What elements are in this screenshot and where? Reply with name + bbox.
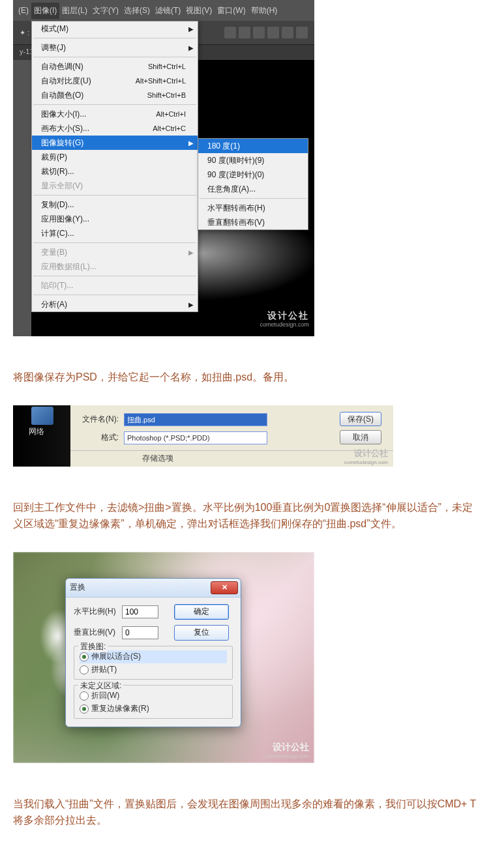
menubar-item[interactable]: 图像(I) — [31, 3, 59, 19]
submenu-item[interactable]: 任意角度(A)... — [198, 182, 308, 196]
options-icon[interactable] — [253, 27, 265, 38]
options-icon[interactable] — [267, 27, 279, 38]
network-label: 网络 — [29, 426, 44, 437]
menu-item[interactable]: 应用图像(Y)... — [32, 212, 198, 226]
options-icon[interactable] — [296, 27, 308, 38]
menu-item[interactable]: 裁切(R)... — [32, 164, 198, 179]
article-paragraph: 当我们载入“扭曲”文件，置换贴图后，会发现在图像周围出现多余的难看的像素，我们可… — [13, 796, 478, 829]
submenu-item[interactable]: 90 度(逆时针)(0) — [198, 167, 308, 182]
options-icon[interactable] — [282, 27, 293, 38]
menu-item[interactable]: 自动色调(N)Shift+Ctrl+L — [32, 59, 198, 74]
menubar-item[interactable]: 图层(L) — [59, 3, 90, 19]
image-rotation-submenu: 180 度(1)90 度(顺时针)(9)90 度(逆时针)(0)任意角度(A).… — [198, 138, 308, 230]
menu-item: 显示全部(V) — [32, 179, 198, 193]
menubar-item[interactable]: 选择(S) — [121, 3, 153, 19]
watermark: 设计公社 cometudesign.com — [260, 310, 309, 328]
menu-item[interactable]: 计算(C)... — [32, 226, 198, 240]
menu-item[interactable]: 图像旋转(G)▶ — [32, 136, 198, 150]
stretch-to-fit-radio[interactable]: 伸展以适合(S) — [80, 650, 227, 663]
menu-item[interactable]: 画布大小(S)...Alt+Ctrl+C — [32, 121, 198, 136]
displacement-map-group: 置换图: 伸展以适合(S) 拼贴(T) — [74, 646, 233, 680]
cancel-button[interactable]: 取消 — [340, 430, 381, 444]
watermark: 设计公社 cometudesign.com — [344, 448, 388, 465]
menu-item: 变量(B)▶ — [32, 245, 198, 259]
dialog-titlebar: 置换 ✕ — [66, 579, 241, 598]
watermark: 设计公社 cometudesign.com — [265, 742, 309, 759]
submenu-item[interactable]: 180 度(1) — [198, 139, 308, 153]
menubar-item[interactable]: 帮助(H) — [248, 3, 280, 19]
menu-item[interactable]: 复制(D)... — [32, 197, 198, 212]
repeat-edge-radio[interactable]: 重复边缘像素(R) — [80, 702, 227, 716]
menu-item[interactable]: 自动对比度(U)Alt+Shift+Ctrl+L — [32, 74, 198, 88]
save-dialog-screenshot: 网络 文件名(N): 扭曲.psd 格式: Photoshop (*.PSD;*… — [13, 405, 393, 467]
menu-item: 陷印(T)... — [32, 278, 198, 293]
tool-label: ✦ : — [20, 29, 29, 37]
filename-field[interactable]: 扭曲.psd — [124, 413, 267, 426]
wrap-around-radio[interactable]: 折回(W) — [80, 689, 227, 702]
vertical-scale-input[interactable] — [122, 626, 158, 639]
vertical-scale-label: 垂直比例(V) — [74, 627, 118, 638]
options-icon[interactable] — [224, 27, 236, 38]
displace-dialog-screenshot: 置换 ✕ 水平比例(H) 确定 垂直比例(V) 复位 置换图: 伸展以适合(S)… — [13, 552, 314, 763]
storage-options-label: 存储选项 — [142, 453, 173, 464]
format-label: 格式: — [80, 432, 119, 443]
menubar-item[interactable]: 视图(V) — [183, 3, 215, 19]
photoshop-menu-screenshot: (E)图像(I)图层(L)文字(Y)选择(S)滤镜(T)视图(V)窗口(W)帮助… — [13, 0, 314, 336]
menu-item[interactable]: 分析(A)▶ — [32, 297, 198, 311]
horizontal-scale-input[interactable] — [122, 605, 158, 618]
menu-item[interactable]: 图像大小(I)...Alt+Ctrl+I — [32, 107, 198, 121]
menubar: (E)图像(I)图层(L)文字(Y)选择(S)滤镜(T)视图(V)窗口(W)帮助… — [13, 0, 314, 21]
menu-item[interactable]: 模式(M)▶ — [32, 22, 198, 36]
menu-item[interactable]: 裁剪(P) — [32, 150, 198, 164]
displace-dialog: 置换 ✕ 水平比例(H) 确定 垂直比例(V) 复位 置换图: 伸展以适合(S)… — [65, 578, 241, 727]
network-icon[interactable] — [31, 407, 53, 425]
menu-item[interactable]: 自动颜色(O)Shift+Ctrl+B — [32, 88, 198, 102]
close-button[interactable]: ✕ — [211, 581, 238, 594]
article-paragraph: 将图像保存为PSD，并给它起一个名称，如扭曲.psd。备用。 — [13, 369, 478, 386]
submenu-item[interactable]: 垂直翻转画布(V) — [198, 215, 308, 229]
ok-button[interactable]: 确定 — [174, 604, 229, 620]
submenu-item[interactable]: 90 度(顺时针)(9) — [198, 153, 308, 167]
menubar-item[interactable]: 滤镜(T) — [153, 3, 183, 19]
options-icon[interactable] — [239, 27, 250, 38]
menubar-item[interactable]: (E) — [16, 3, 31, 18]
filename-label: 文件名(N): — [80, 414, 119, 425]
menu-item[interactable]: 调整(J)▶ — [32, 40, 198, 55]
tile-radio[interactable]: 拼贴(T) — [80, 663, 227, 676]
menubar-item[interactable]: 文字(Y) — [90, 3, 121, 19]
format-field[interactable]: Photoshop (*.PSD;*.PDD) — [124, 431, 267, 444]
horizontal-scale-label: 水平比例(H) — [74, 606, 118, 617]
menu-item: 应用数据组(L)... — [32, 259, 198, 274]
article-paragraph: 回到主工作文件中，去滤镜>扭曲>置换。水平比例为100垂直比例为0置换图选择“伸… — [13, 499, 478, 532]
save-button[interactable]: 保存(S) — [340, 412, 381, 426]
menubar-item[interactable]: 窗口(W) — [215, 3, 248, 19]
reset-button[interactable]: 复位 — [174, 625, 229, 641]
submenu-item[interactable]: 水平翻转画布(H) — [198, 201, 308, 215]
image-menu-dropdown: 模式(M)▶调整(J)▶自动色调(N)Shift+Ctrl+L自动对比度(U)A… — [31, 21, 198, 312]
undefined-areas-group: 未定义区域: 折回(W) 重复边缘像素(R) — [74, 685, 233, 719]
toolbox — [13, 60, 31, 336]
